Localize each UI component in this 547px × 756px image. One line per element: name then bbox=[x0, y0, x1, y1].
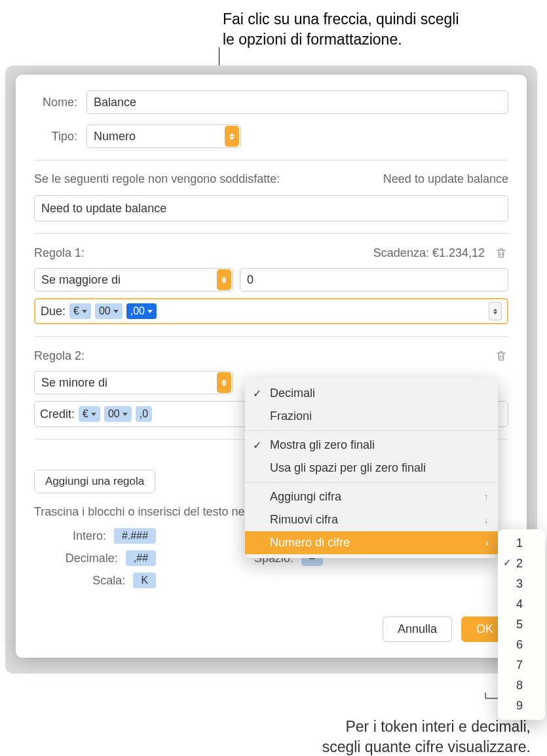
callout-bottom: Per i token interi e decimali, scegli qu… bbox=[229, 717, 531, 756]
rule2-token-prefix: Credit: bbox=[40, 407, 75, 421]
chevron-right-icon: › bbox=[485, 537, 489, 549]
format-dialog: Nome: Tipo: Numero Se le seguenti regole… bbox=[16, 75, 527, 658]
submenu-item-9[interactable]: 9 bbox=[498, 696, 545, 716]
chevron-down-icon bbox=[82, 310, 87, 313]
submenu-item-4[interactable]: 4 bbox=[498, 594, 545, 614]
default-rule-header: Se le seguenti regole non vengono soddis… bbox=[34, 172, 508, 186]
menu-item-spaces-zeros[interactable]: Usa gli spazi per gli zero finali bbox=[245, 457, 498, 480]
stepper-icon[interactable] bbox=[489, 302, 502, 320]
rule1-value-input[interactable] bbox=[240, 268, 508, 292]
type-row: Tipo: Numero bbox=[34, 124, 508, 148]
rule1-label: Regola 1: bbox=[34, 246, 85, 260]
decimal-pill[interactable]: ,0 bbox=[136, 406, 152, 422]
separator bbox=[34, 336, 508, 337]
menu-item-remove-digit[interactable]: Rimuovi cifra ↓ bbox=[245, 508, 498, 531]
submenu-item-2[interactable]: ✓2 bbox=[498, 554, 545, 574]
currency-pill[interactable]: € bbox=[69, 303, 91, 319]
menu-item-digit-count[interactable]: Numero di cifre › bbox=[245, 531, 498, 554]
integer-pill[interactable]: 00 bbox=[104, 406, 132, 422]
palette-scala-label: Scala: bbox=[53, 574, 125, 588]
chevron-down-icon bbox=[91, 413, 96, 416]
palette-scala-pill[interactable]: K bbox=[133, 573, 156, 588]
chevron-down-icon bbox=[147, 310, 153, 313]
callout-top: Fai clic su una freccia, quindi scegli l… bbox=[223, 9, 459, 50]
default-sample-value: Need to update balance bbox=[41, 202, 166, 216]
menu-item-add-digit[interactable]: Aggiungi cifra ↑ bbox=[245, 485, 498, 508]
name-input[interactable] bbox=[86, 90, 508, 114]
name-label: Nome: bbox=[34, 96, 86, 109]
rule2-condition-value: Se minore di bbox=[41, 376, 216, 390]
integer-pill[interactable]: 00 bbox=[95, 303, 123, 319]
callout-top-line1: Fai clic su una freccia, quindi scegli bbox=[223, 9, 459, 29]
name-row: Nome: bbox=[34, 90, 508, 114]
type-label: Tipo: bbox=[34, 130, 86, 143]
currency-pill[interactable]: € bbox=[79, 406, 100, 422]
check-icon: ✓ bbox=[503, 557, 512, 569]
rule1-condition-row: Se maggiore di bbox=[34, 268, 508, 292]
rule1-scadenza: Scadenza: €1.234,12 bbox=[373, 246, 485, 260]
check-icon: ✓ bbox=[253, 387, 261, 400]
separator bbox=[34, 160, 508, 161]
stepper-icon bbox=[217, 269, 231, 290]
rule2-condition-select[interactable]: Se minore di bbox=[34, 371, 233, 394]
menu-item-show-zeros[interactable]: ✓ Mostra gli zero finali bbox=[245, 434, 498, 457]
trash-icon[interactable] bbox=[494, 349, 508, 363]
down-arrow-icon: ↓ bbox=[483, 514, 489, 526]
rule1-header: Regola 1: Scadenza: €1.234,12 bbox=[34, 246, 508, 260]
default-example: Need to update balance bbox=[383, 172, 508, 186]
digit-count-submenu: 1✓23456789 bbox=[498, 529, 545, 720]
submenu-item-7[interactable]: 7 bbox=[498, 655, 545, 675]
submenu-item-5[interactable]: 5 bbox=[498, 614, 545, 635]
submenu-item-8[interactable]: 8 bbox=[498, 675, 545, 696]
rule1-condition-select[interactable]: Se maggiore di bbox=[34, 268, 233, 292]
callout-top-line2: le opzioni di formattazione. bbox=[223, 29, 459, 50]
type-select-value: Numero bbox=[94, 130, 223, 143]
type-select[interactable]: Numero bbox=[86, 124, 241, 148]
menu-item-frazioni[interactable]: Frazioni bbox=[245, 405, 498, 428]
add-rule-button[interactable]: Aggiungi una regola bbox=[34, 470, 155, 493]
stepper-icon bbox=[217, 372, 231, 393]
dialog-buttons: Annulla OK bbox=[383, 616, 508, 642]
rule2-header: Regola 2: bbox=[34, 349, 508, 363]
cancel-button[interactable]: Annulla bbox=[383, 616, 452, 642]
default-condition-label: Se le seguenti regole non vengono soddis… bbox=[34, 172, 280, 186]
default-sample-input[interactable]: Need to update balance bbox=[34, 195, 508, 221]
separator bbox=[34, 233, 508, 234]
callout-bottom-line2: scegli quante cifre visualizzare. bbox=[229, 737, 531, 756]
palette-intero-label: Intero: bbox=[34, 529, 106, 543]
rule2-label: Regola 2: bbox=[34, 349, 85, 363]
rule1-token-row[interactable]: Due: € 00 ,00 bbox=[34, 298, 508, 324]
callout-bottom-line1: Per i token interi e decimali, bbox=[229, 717, 531, 737]
palette-intero-pill[interactable]: #.### bbox=[114, 528, 156, 544]
up-arrow-icon: ↑ bbox=[483, 491, 489, 503]
submenu-item-3[interactable]: 3 bbox=[498, 574, 545, 594]
check-icon: ✓ bbox=[253, 439, 261, 451]
rule1-condition-value: Se maggiore di bbox=[41, 273, 216, 287]
palette-decimale-pill[interactable]: ,## bbox=[126, 550, 156, 566]
chevron-down-icon bbox=[123, 413, 128, 416]
palette-decimale-label: Decimale: bbox=[46, 552, 118, 565]
rule1-token-prefix: Due: bbox=[41, 305, 66, 318]
chevron-down-icon bbox=[113, 310, 119, 313]
menu-separator bbox=[245, 482, 498, 483]
trash-icon[interactable] bbox=[494, 246, 508, 260]
submenu-item-1[interactable]: 1 bbox=[498, 533, 545, 554]
stepper-icon bbox=[225, 126, 239, 147]
decimal-pill[interactable]: ,00 bbox=[126, 303, 157, 319]
decimal-popup-menu: ✓ Decimali Frazioni ✓ Mostra gli zero fi… bbox=[245, 378, 498, 558]
menu-separator bbox=[245, 430, 498, 431]
submenu-item-6[interactable]: 6 bbox=[498, 635, 545, 655]
menu-item-decimali[interactable]: ✓ Decimali bbox=[245, 382, 498, 405]
